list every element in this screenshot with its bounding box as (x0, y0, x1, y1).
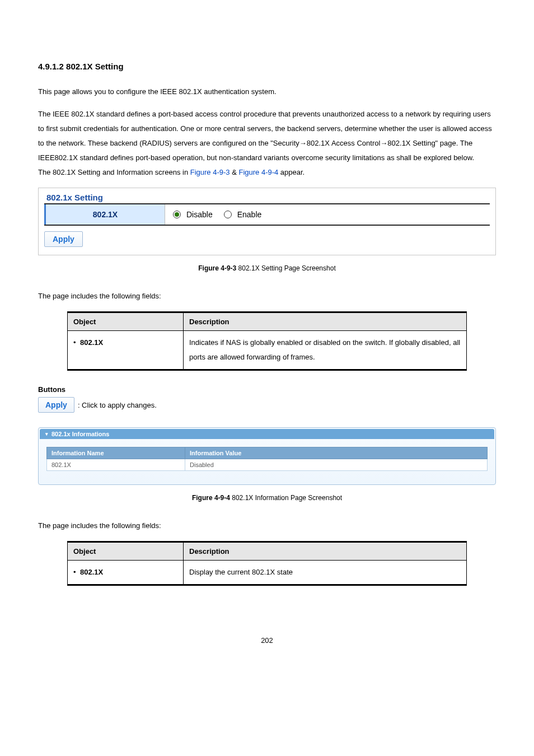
main-paragraph-text: The IEEE 802.1X standard defines a port-… (38, 110, 492, 162)
main-paragraph: The IEEE 802.1X standard defines a port-… (38, 107, 496, 180)
radio-disable-label: Disable (186, 210, 213, 219)
figure-4-9-3-caption-bold: Figure 4-9-3 (198, 264, 236, 272)
fields2-object: 802.1X (80, 568, 103, 576)
setting-row-label: 802.1X (44, 204, 165, 225)
radio-enable-label: Enable (237, 210, 262, 219)
figure-4-9-4-caption-bold: Figure 4-9-4 (192, 494, 230, 502)
information-col-value: Information Value (185, 447, 488, 459)
radio-disable[interactable] (173, 211, 181, 218)
page-number: 202 (38, 636, 496, 645)
fields2-header-description: Description (184, 542, 467, 561)
fields1-object-cell: •802.1X (68, 331, 184, 370)
apply-button-inline[interactable]: Apply (38, 397, 74, 413)
fields-intro-2: The page includes the following fields: (38, 519, 496, 533)
fields2-header-object: Object (68, 542, 184, 561)
screens-amp: & (230, 168, 239, 176)
screens-sentence-suffix: appear. (278, 168, 305, 176)
information-row-name: 802.1X (47, 459, 185, 471)
setting-panel-title: 802.1x Setting (44, 193, 490, 204)
information-panel-header-text: 802.1x Informations (51, 431, 109, 437)
fields1-object: 802.1X (80, 338, 103, 347)
link-figure-4-9-3[interactable]: Figure 4-9-3 (190, 168, 230, 176)
radio-enable[interactable] (224, 211, 232, 218)
buttons-heading: Buttons (38, 385, 496, 394)
setting-panel: 802.1x Setting 802.1X Disable Enable App… (38, 188, 496, 255)
figure-4-9-3-caption: Figure 4-9-3 802.1X Setting Page Screens… (38, 264, 496, 272)
section-heading: 4.9.1.2 802.1X Setting (38, 62, 496, 71)
information-panel: ▾802.1x Informations Information Name In… (38, 427, 496, 485)
information-table: Information Name Information Value 802.1… (46, 447, 488, 471)
fields-table-2: Object Description •802.1X Display the c… (67, 541, 467, 586)
chevron-down-icon: ▾ (45, 431, 48, 437)
screens-sentence-prefix: The 802.1X Setting and Information scree… (38, 168, 190, 176)
fields-table-1: Object Description •802.1X Indicates if … (67, 311, 467, 371)
figure-4-9-4-caption-rest: 802.1X Information Page Screenshot (230, 494, 342, 502)
fields1-description: Indicates if NAS is globally enabled or … (184, 331, 467, 370)
information-col-name: Information Name (47, 447, 185, 459)
figure-4-9-4-caption: Figure 4-9-4 802.1X Information Page Scr… (38, 494, 496, 502)
link-figure-4-9-4[interactable]: Figure 4-9-4 (238, 168, 278, 176)
setting-row-value: Disable Enable (165, 204, 490, 225)
apply-button-description: : Click to apply changes. (78, 401, 157, 409)
fields-header-object: Object (68, 312, 184, 331)
information-panel-header: ▾802.1x Informations (40, 429, 494, 439)
setting-row: 802.1X Disable Enable (44, 204, 490, 226)
intro-paragraph: This page allows you to configure the IE… (38, 85, 496, 99)
figure-4-9-3-caption-rest: 802.1X Setting Page Screenshot (236, 264, 335, 272)
fields-intro-1: The page includes the following fields: (38, 289, 496, 304)
information-row-value: Disabled (185, 459, 488, 471)
fields2-object-cell: •802.1X (68, 561, 184, 585)
fields2-description: Display the current 802.1X state (184, 561, 467, 585)
fields-header-description: Description (184, 312, 467, 331)
apply-button[interactable]: Apply (44, 231, 83, 247)
